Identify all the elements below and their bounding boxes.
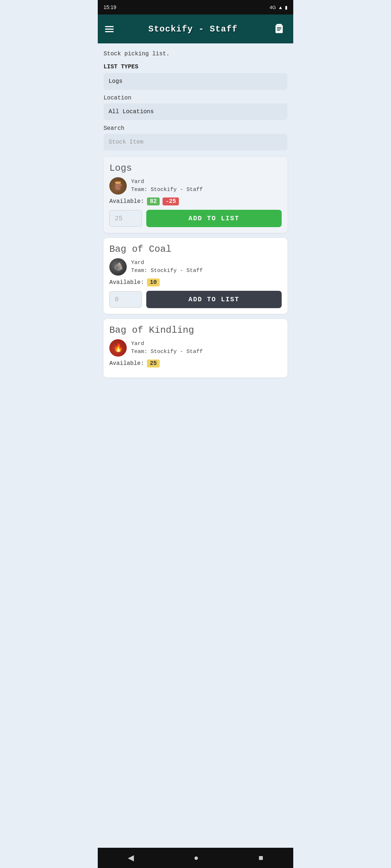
main-content: Stock picking list. LIST TYPES Logs Loca… [98,43,293,848]
status-right: 4G ▲ ▮ [270,5,287,10]
stock-image-kindling: 🔥 [109,339,127,357]
available-count-coal: 10 [147,278,160,286]
bottom-nav: ◀ ● ■ [98,848,293,868]
stock-card-kindling: Bag of Kindling 🔥 Yard Team: Stockify - … [104,319,287,378]
stock-info-row-kindling: 🔥 Yard Team: Stockify - Staff [109,339,282,357]
add-row-logs: ADD TO LIST [109,210,282,227]
list-types-label: LIST TYPES [104,64,287,70]
clipboard-icon [274,23,285,34]
stock-team-kindling: Team: Stockify - Staff [131,348,203,356]
stock-details-logs: Yard Team: Stockify - Staff [131,178,203,194]
status-bar: 15:19 4G ▲ ▮ [98,0,293,14]
stock-location-kindling: Yard [131,340,203,348]
status-time: 15:19 [104,4,116,10]
available-label-logs: Available: [109,198,144,205]
available-label-kindling: Available: [109,360,144,367]
network-label: 4G [270,5,276,10]
svg-rect-4 [277,29,282,29]
add-to-list-button-coal[interactable]: ADD TO LIST [146,291,282,308]
stock-location-logs: Yard [131,178,203,186]
app-title: Stockify - Staff [148,24,237,34]
clipboard-button[interactable] [272,22,286,37]
location-select[interactable]: All Locations [104,103,287,120]
location-label: Location [104,95,287,101]
stock-name-coal: Bag of Coal [109,244,282,255]
stock-info-row-logs: 🪵 Yard Team: Stockify - Staff [109,177,282,195]
available-count-logs: 82 [147,197,160,205]
home-button[interactable]: ● [186,852,206,864]
signal-icon: ▲ [278,5,283,10]
stock-card-logs: Logs 🪵 Yard Team: Stockify - Staff Avail… [104,157,287,233]
search-input[interactable] [104,134,287,150]
stock-name-kindling: Bag of Kindling [109,325,282,336]
stock-team-coal: Team: Stockify - Staff [131,267,203,275]
app-header: Stockify - Staff [98,14,293,43]
qty-input-coal[interactable] [109,291,142,308]
stock-info-row-coal: 🪨 Yard Team: Stockify - Staff [109,258,282,276]
stock-details-kindling: Yard Team: Stockify - Staff [131,340,203,356]
svg-rect-3 [277,27,282,28]
menu-button[interactable] [105,26,114,32]
available-row-coal: Available: 10 [109,278,282,286]
list-type-select[interactable]: Logs [104,73,287,90]
page-subtitle: Stock picking list. [104,51,287,57]
add-row-coal: ADD TO LIST [109,291,282,308]
stock-name-logs: Logs [109,163,282,174]
recents-button[interactable]: ■ [251,852,270,864]
stock-image-logs: 🪵 [109,177,127,195]
available-row-logs: Available: 82 -25 [109,197,282,205]
available-row-kindling: Available: 25 [109,359,282,367]
stock-image-coal: 🪨 [109,258,127,276]
adjustment-logs: -25 [163,197,179,205]
available-label-coal: Available: [109,279,144,286]
stock-team-logs: Team: Stockify - Staff [131,186,203,194]
stock-details-coal: Yard Team: Stockify - Staff [131,259,203,275]
svg-rect-6 [277,24,282,25]
add-to-list-button-logs[interactable]: ADD TO LIST [146,210,282,227]
qty-input-logs[interactable] [109,210,142,227]
available-count-kindling: 25 [147,359,160,367]
stock-location-coal: Yard [131,259,203,267]
stock-card-coal: Bag of Coal 🪨 Yard Team: Stockify - Staf… [104,238,287,314]
svg-rect-5 [277,30,280,30]
search-label: Search [104,125,287,132]
battery-icon: ▮ [285,5,287,10]
back-button[interactable]: ◀ [121,852,141,864]
